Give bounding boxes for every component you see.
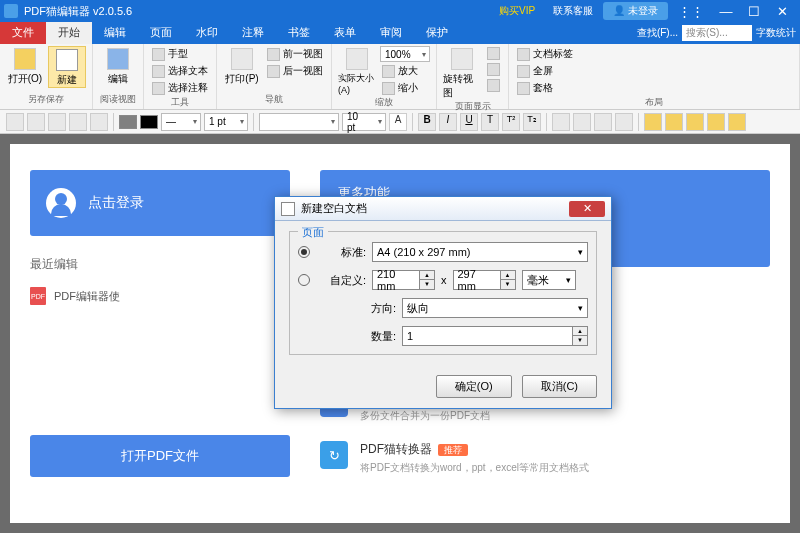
paper-size-combo[interactable]: A4 (210 x 297 mm): [372, 242, 588, 262]
height-spinner[interactable]: 297 mm▲▼: [453, 270, 516, 290]
standard-label: 标准:: [316, 245, 366, 260]
count-spinner[interactable]: 1▲▼: [402, 326, 588, 346]
unit-combo[interactable]: 毫米: [522, 270, 576, 290]
new-blank-dialog: 新建空白文档 ✕ 页面 标准: A4 (210 x 297 mm) 自定义: 2…: [274, 196, 612, 409]
standard-radio[interactable]: [298, 246, 310, 258]
ok-button[interactable]: 确定(O): [436, 375, 512, 398]
cancel-button[interactable]: 取消(C): [522, 375, 597, 398]
dialog-icon: [281, 202, 295, 216]
orient-label: 方向:: [366, 301, 396, 316]
custom-radio[interactable]: [298, 274, 310, 286]
orient-combo[interactable]: 纵向: [402, 298, 588, 318]
custom-label: 自定义:: [316, 273, 366, 288]
dialog-close-button[interactable]: ✕: [569, 201, 605, 217]
dialog-title: 新建空白文档: [301, 201, 367, 216]
width-spinner[interactable]: 210 mm▲▼: [372, 270, 435, 290]
page-section-label: 页面: [298, 225, 328, 240]
dialog-backdrop: 新建空白文档 ✕ 页面 标准: A4 (210 x 297 mm) 自定义: 2…: [0, 0, 800, 533]
dialog-titlebar[interactable]: 新建空白文档 ✕: [275, 197, 611, 221]
count-label: 数量:: [366, 329, 396, 344]
